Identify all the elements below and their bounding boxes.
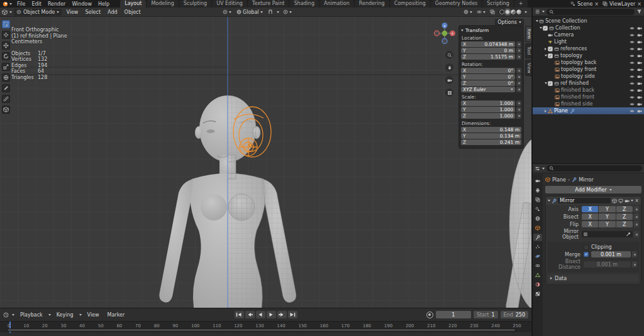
play-reverse-button[interactable] (256, 311, 265, 318)
navigation-gizmo[interactable]: z x (433, 22, 456, 45)
auto-keying-record-icon[interactable] (426, 312, 433, 318)
disable-render-icon[interactable] (637, 102, 642, 107)
hide-eye-icon[interactable] (630, 81, 635, 86)
menu-window[interactable]: Window (69, 1, 95, 7)
animate-dot[interactable] (516, 80, 521, 86)
collapse-icon[interactable] (548, 200, 550, 202)
flip-z-button[interactable]: Z (616, 221, 633, 227)
transform-tool[interactable] (2, 73, 10, 82)
tab-modifiers-icon[interactable] (533, 234, 542, 241)
end-frame-field[interactable]: End250 (501, 311, 528, 318)
disable-render-icon[interactable] (637, 53, 642, 58)
disable-render-icon[interactable] (637, 95, 642, 100)
clipping-checkbox[interactable] (584, 245, 589, 250)
disable-render-icon[interactable] (637, 46, 642, 51)
workspace-tab-uv-editing[interactable]: UV Editing (212, 0, 247, 8)
disable-render-icon[interactable] (637, 74, 642, 79)
tab-object-data-icon[interactable] (533, 271, 542, 279)
menu-select[interactable]: Select (82, 9, 103, 15)
annotate-tool[interactable] (2, 84, 10, 92)
workspace-tab-scripting[interactable]: Scripting (482, 0, 514, 8)
disable-render-icon[interactable] (637, 33, 642, 38)
breadcrumb-modifier[interactable]: Mirror (579, 177, 594, 183)
toggle-ortho-button[interactable] (445, 89, 453, 97)
orientation-dropdown[interactable]: Global (235, 9, 264, 16)
proportional-editing-dropdown[interactable] (282, 9, 293, 15)
hide-eye-icon[interactable] (630, 109, 635, 114)
outliner-row-finished-back[interactable]: finished back (533, 87, 644, 94)
gizmo-z-neg-axis[interactable] (442, 39, 447, 44)
animate-dot[interactable] (632, 251, 637, 257)
gizmo-x-neg-axis[interactable] (435, 31, 440, 36)
workspace-tab-rendering[interactable]: Rendering (355, 0, 389, 8)
animate-dot[interactable] (516, 113, 521, 119)
animate-dot[interactable] (634, 221, 639, 227)
disclosure-icon[interactable] (540, 27, 542, 29)
rotation-mode-dropdown[interactable]: XYZ Euler (461, 87, 515, 92)
snap-toggle[interactable] (267, 9, 274, 15)
scene-selector[interactable]: Scene (570, 1, 599, 7)
outliner-row-finished-side[interactable]: finished side (533, 100, 644, 107)
workspace-tab-layout[interactable]: Layout (120, 0, 146, 8)
tab-render-icon[interactable] (533, 177, 542, 185)
rotation-x-field[interactable]: X0° (461, 68, 515, 73)
axis-y-button[interactable]: Y (599, 206, 615, 212)
add-modifier-button[interactable]: Add Modifier (545, 186, 641, 193)
jump-to-start-button[interactable] (235, 311, 244, 318)
disable-render-icon[interactable] (637, 60, 642, 65)
disable-render-icon[interactable] (637, 81, 642, 86)
animate-dot[interactable] (516, 41, 521, 47)
tab-world-icon[interactable] (533, 215, 542, 222)
menu-playback[interactable]: Playback (18, 312, 45, 318)
animate-dot[interactable] (516, 100, 521, 106)
timeline-ruler[interactable]: 0102030405060708090100110120130140150160… (0, 321, 531, 332)
flip-x-button[interactable]: X (582, 221, 598, 227)
hide-eye-icon[interactable] (630, 46, 635, 51)
editor-type-icon[interactable] (2, 9, 8, 15)
hide-eye-icon[interactable] (630, 67, 635, 72)
editor-type-chevron-icon[interactable] (9, 11, 12, 13)
cursor-tool[interactable] (2, 31, 10, 39)
tab-physics-icon[interactable] (533, 252, 542, 260)
unlink-view-layer-icon[interactable] (637, 1, 641, 7)
outliner-row-scene-collection[interactable]: Scene Collection (533, 18, 644, 24)
tab-view-layer-icon[interactable] (533, 196, 542, 203)
collection-checkbox[interactable] (548, 53, 553, 58)
hide-eye-icon[interactable] (630, 95, 635, 100)
outliner-row-light[interactable]: Light (533, 38, 644, 45)
outliner-row-topology-front[interactable]: topology front (533, 66, 644, 73)
filter-icon[interactable] (636, 9, 642, 14)
shading-solid-button[interactable] (505, 9, 510, 14)
workspace-tab-sculpting[interactable]: Sculpting (179, 0, 211, 8)
outliner-row-topology-side[interactable]: topology side (533, 73, 644, 80)
shading-rendered-button[interactable] (516, 9, 521, 14)
breadcrumb-object[interactable]: Plane (552, 177, 566, 183)
shading-wireframe-button[interactable] (499, 9, 504, 14)
sidebar-tab-tool[interactable]: Tool (525, 43, 531, 58)
collection-checkbox[interactable] (548, 46, 553, 51)
workspace-tab-texture-paint[interactable]: Texture Paint (248, 0, 289, 8)
animate-dot[interactable] (516, 87, 521, 92)
timeline-editor-icon[interactable] (3, 312, 9, 318)
collection-checkbox[interactable] (543, 26, 548, 31)
animate-dot[interactable] (516, 74, 521, 80)
menu-keying[interactable]: Keying (54, 312, 76, 318)
disclosure-icon[interactable] (545, 110, 547, 112)
collection-checkbox[interactable] (548, 81, 553, 86)
move-tool[interactable] (2, 41, 10, 50)
menu-view[interactable]: View (64, 9, 80, 15)
camera-view-button[interactable] (445, 76, 453, 84)
outliner-row-topology[interactable]: topology (533, 52, 644, 59)
disable-render-icon[interactable] (637, 40, 642, 45)
animate-dot[interactable] (632, 261, 637, 268)
display-editmode-toggle-icon[interactable] (612, 198, 617, 203)
outliner-row-references[interactable]: references (533, 45, 644, 52)
modifier-close-icon[interactable] (635, 198, 639, 203)
disclosure-icon[interactable] (545, 48, 547, 50)
blender-logo-icon[interactable] (3, 1, 12, 7)
disable-render-icon[interactable] (637, 67, 642, 72)
jump-to-end-button[interactable] (288, 311, 297, 318)
tab-object-icon[interactable] (533, 224, 542, 232)
chevron-down-icon[interactable] (542, 11, 545, 13)
shading-settings-chevron-icon[interactable] (525, 11, 527, 13)
